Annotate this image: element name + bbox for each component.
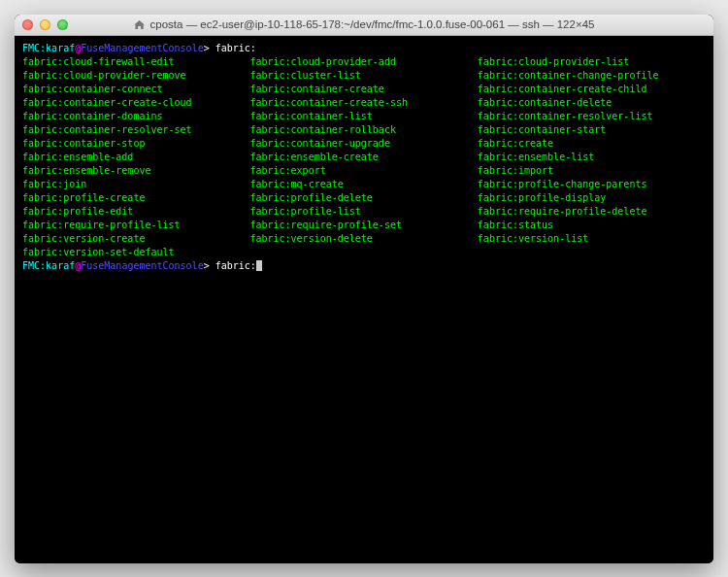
command: fabric:container-create-child bbox=[478, 83, 705, 96]
command: fabric:container-connect bbox=[22, 83, 249, 96]
command: fabric:container-upgrade bbox=[249, 137, 477, 151]
command: fabric:require-profile-set bbox=[249, 219, 477, 232]
command: fabric:import bbox=[478, 164, 705, 178]
command: fabric:version-delete bbox=[249, 232, 477, 246]
command: fabric:ensemble-remove bbox=[22, 164, 249, 178]
command: fabric:container-stop bbox=[22, 137, 249, 151]
command: fabric:container-rollback bbox=[249, 123, 477, 137]
titlebar[interactable]: cposta — ec2-user@ip-10-118-65-178:~/dev… bbox=[15, 15, 713, 36]
minimize-icon[interactable] bbox=[40, 19, 50, 30]
command: fabric:profile-edit bbox=[22, 205, 249, 219]
command: fabric:profile-create bbox=[22, 191, 249, 205]
command: fabric:version-set-default bbox=[22, 246, 249, 259]
command: fabric:container-list bbox=[249, 110, 477, 123]
command: fabric:require-profile-list bbox=[22, 219, 249, 232]
command: fabric:require-profile-delete bbox=[478, 205, 705, 219]
traffic-lights bbox=[22, 19, 68, 30]
command: fabric:container-resolver-list bbox=[478, 110, 705, 123]
command: fabric:profile-display bbox=[478, 191, 705, 205]
prompt-host: FuseManagementConsole bbox=[81, 260, 203, 271]
command: fabric:container-start bbox=[478, 123, 705, 137]
command: fabric:container-create bbox=[249, 83, 477, 96]
prompt-line-1: FMC:karaf@FuseManagementConsole> fabric: bbox=[22, 42, 706, 55]
command: fabric:status bbox=[478, 219, 705, 232]
command: fabric:container-domains bbox=[22, 110, 249, 123]
command: fabric:version-list bbox=[478, 232, 705, 246]
command: fabric:profile-delete bbox=[249, 191, 477, 205]
command: fabric:container-delete bbox=[478, 96, 705, 110]
command: fabric:ensemble-add bbox=[22, 151, 249, 164]
prompt-input: fabric: bbox=[215, 43, 256, 53]
command: fabric:cluster-list bbox=[249, 69, 477, 83]
cursor-icon bbox=[256, 260, 262, 271]
home-icon bbox=[134, 19, 146, 30]
window-title-text: cposta — ec2-user@ip-10-118-65-178:~/dev… bbox=[150, 18, 595, 30]
command-col-2: fabric:cloud-provider-add fabric:cluster… bbox=[249, 55, 477, 259]
close-icon[interactable] bbox=[22, 19, 33, 30]
command: fabric:join bbox=[22, 178, 249, 191]
command: fabric:cloud-provider-remove bbox=[22, 69, 249, 83]
prompt-input: fabric: bbox=[215, 260, 256, 271]
prompt-gt: > bbox=[204, 43, 215, 53]
command: fabric:container-create-cloud bbox=[22, 96, 249, 110]
terminal-window: cposta — ec2-user@ip-10-118-65-178:~/dev… bbox=[15, 15, 713, 563]
prompt-fmc: FMC bbox=[22, 260, 40, 271]
command: fabric:ensemble-create bbox=[249, 151, 477, 164]
command-col-3: fabric:cloud-provider-list fabric:contai… bbox=[478, 55, 705, 259]
prompt-fmc: FMC bbox=[22, 43, 40, 53]
command: fabric:cloud-firewall-edit bbox=[22, 55, 249, 69]
command: fabric:profile-change-parents bbox=[478, 178, 705, 191]
command: fabric:version-create bbox=[22, 232, 249, 246]
prompt-user: karaf bbox=[46, 260, 75, 271]
command: fabric:cloud-provider-list bbox=[478, 55, 705, 69]
command: fabric:cloud-provider-add bbox=[249, 55, 477, 69]
command: fabric:profile-list bbox=[249, 205, 477, 219]
command-col-1: fabric:cloud-firewall-edit fabric:cloud-… bbox=[22, 55, 249, 259]
zoom-icon[interactable] bbox=[57, 19, 68, 30]
command: fabric:create bbox=[478, 137, 705, 151]
command: fabric:mq-create bbox=[249, 178, 477, 191]
window-title: cposta — ec2-user@ip-10-118-65-178:~/dev… bbox=[134, 18, 595, 30]
command: fabric:container-create-ssh bbox=[249, 96, 477, 110]
command: fabric:container-change-profile bbox=[478, 69, 705, 83]
prompt-user: karaf bbox=[46, 43, 75, 53]
command: fabric:export bbox=[249, 164, 477, 178]
prompt-line-2[interactable]: FMC:karaf@FuseManagementConsole> fabric: bbox=[22, 259, 706, 273]
command: fabric:ensemble-list bbox=[478, 151, 705, 164]
prompt-host: FuseManagementConsole bbox=[81, 43, 203, 53]
terminal-body[interactable]: FMC:karaf@FuseManagementConsole> fabric:… bbox=[15, 36, 713, 563]
prompt-gt: > bbox=[204, 260, 215, 271]
command-columns: fabric:cloud-firewall-edit fabric:cloud-… bbox=[22, 55, 706, 259]
command: fabric:container-resolver-set bbox=[22, 123, 249, 137]
